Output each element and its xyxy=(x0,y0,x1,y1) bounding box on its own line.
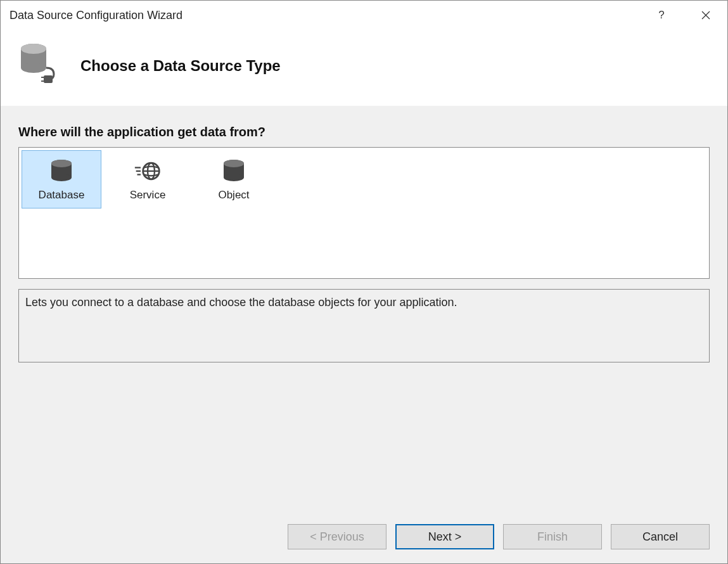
service-icon xyxy=(134,157,162,185)
help-icon: ? xyxy=(658,9,664,22)
description-box: Lets you connect to a database and choos… xyxy=(18,289,710,362)
wizard-window: Data Source Configuration Wizard ? xyxy=(0,0,728,564)
help-button[interactable]: ? xyxy=(649,6,674,25)
next-button[interactable]: Next > xyxy=(395,524,494,549)
page-title: Choose a Data Source Type xyxy=(80,57,281,75)
svg-point-22 xyxy=(224,160,244,167)
close-icon xyxy=(701,11,710,20)
titlebar-controls: ? xyxy=(649,6,718,25)
svg-point-21 xyxy=(224,174,244,181)
option-object-label: Object xyxy=(218,189,249,202)
question-label: Where will the application get data from… xyxy=(18,125,710,139)
svg-rect-6 xyxy=(44,75,53,83)
finish-button[interactable]: Finish xyxy=(503,524,602,549)
header-icon xyxy=(17,42,63,89)
option-service-label: Service xyxy=(130,189,166,202)
svg-point-4 xyxy=(21,63,46,73)
footer-buttons: < Previous Next > Finish Cancel xyxy=(1,513,727,563)
content-area: Where will the application get data from… xyxy=(1,106,727,513)
object-icon xyxy=(220,157,248,185)
header-band: Choose a Data Source Type xyxy=(1,30,727,106)
svg-point-5 xyxy=(21,44,46,54)
titlebar: Data Source Configuration Wizard ? xyxy=(1,1,727,30)
cancel-button[interactable]: Cancel xyxy=(611,524,710,549)
close-button[interactable] xyxy=(693,6,718,25)
option-object[interactable]: Object xyxy=(194,150,274,208)
description-text: Lets you connect to a database and choos… xyxy=(25,296,703,309)
svg-point-11 xyxy=(51,174,72,181)
svg-point-12 xyxy=(51,160,72,167)
data-source-options: Database Service xyxy=(18,147,710,279)
previous-button[interactable]: < Previous xyxy=(288,524,386,549)
option-database-label: Database xyxy=(39,189,85,202)
option-service[interactable]: Service xyxy=(108,150,188,208)
option-database[interactable]: Database xyxy=(22,150,101,208)
database-icon xyxy=(48,157,75,185)
window-title: Data Source Configuration Wizard xyxy=(10,9,649,22)
database-plug-icon xyxy=(17,42,63,87)
